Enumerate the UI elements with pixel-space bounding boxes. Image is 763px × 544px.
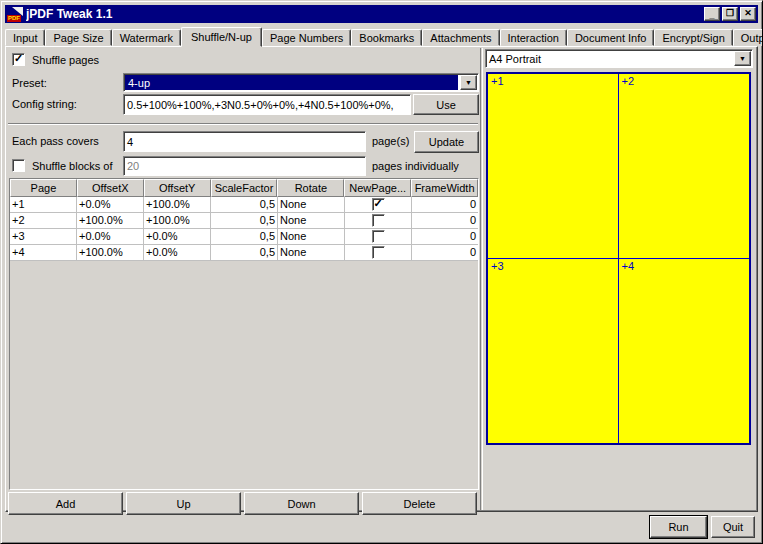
cell-offsetx[interactable]: +100.0% [77, 245, 144, 260]
tab-page-size[interactable]: Page Size [45, 29, 111, 46]
tab-interaction[interactable]: Interaction [500, 29, 567, 46]
cell-framewidth[interactable]: 0 [412, 213, 478, 228]
preview-page-number: +2 [622, 75, 635, 87]
paper-size-value: A4 Portrait [486, 50, 733, 67]
cell-newpage[interactable] [345, 245, 412, 260]
newpage-checkbox[interactable] [372, 230, 385, 243]
cell-rotate[interactable]: None [278, 213, 345, 228]
cell-rotate[interactable]: None [278, 197, 345, 212]
cell-newpage[interactable] [345, 197, 412, 212]
cell-page[interactable]: +1 [10, 197, 77, 212]
cell-newpage[interactable] [345, 229, 412, 244]
table-empty-area [10, 261, 478, 489]
title-bar: PDF jPDF Tweak 1.1 _ ❐ ✕ [5, 5, 758, 23]
column-header-rotate[interactable]: Rotate [277, 179, 344, 197]
cell-rotate[interactable]: None [278, 245, 345, 260]
preview-page-number: +3 [491, 260, 504, 272]
table-row[interactable]: +3 +0.0% +0.0% 0,5 None 0 [10, 229, 478, 245]
cell-offsetx[interactable]: +100.0% [77, 213, 144, 228]
pages-suffix-label: page(s) [372, 135, 409, 147]
shuffle-tab-page: Shuffle pages Preset: 4-up ▼ Config stri… [5, 46, 758, 512]
shuffle-blocks-label: Shuffle blocks of [32, 160, 113, 172]
cell-page[interactable]: +4 [10, 245, 77, 260]
tab-page-numbers[interactable]: Page Numbers [262, 29, 351, 46]
table-row[interactable]: +2 +100.0% +100.0% 0,5 None 0 [10, 213, 478, 229]
shuffle-pages-label: Shuffle pages [32, 54, 99, 66]
tab-output[interactable]: Output [733, 29, 763, 46]
cell-offsetx[interactable]: +0.0% [77, 229, 144, 244]
cell-page[interactable]: +3 [10, 229, 77, 244]
cell-framewidth[interactable]: 0 [412, 245, 478, 260]
use-button[interactable]: Use [413, 94, 479, 115]
down-button[interactable]: Down [244, 492, 359, 515]
cell-page[interactable]: +2 [10, 213, 77, 228]
newpage-checkbox[interactable] [372, 246, 385, 259]
column-header-scalefactor[interactable]: ScaleFactor [211, 179, 278, 197]
up-button[interactable]: Up [126, 492, 241, 515]
preview-page-number: +1 [491, 75, 504, 87]
newpage-checkbox[interactable] [372, 198, 385, 211]
column-header-newpage[interactable]: NewPage... [344, 179, 411, 197]
tab-strip: Input Page Size Watermark Shuffle/N-up P… [5, 27, 758, 46]
table-row[interactable]: +4 +100.0% +0.0% 0,5 None 0 [10, 245, 478, 261]
minimize-icon: _ [709, 10, 714, 20]
chevron-down-icon[interactable]: ▼ [460, 75, 477, 90]
preset-combobox[interactable]: 4-up ▼ [123, 73, 479, 92]
paper-size-combobox[interactable]: A4 Portrait ▼ [485, 49, 753, 68]
preview-cell-2: +2 [619, 74, 750, 259]
cell-scalefactor[interactable]: 0,5 [211, 229, 278, 244]
column-header-page[interactable]: Page [10, 179, 77, 197]
app-window: PDF jPDF Tweak 1.1 _ ❐ ✕ Input Page Size… [0, 0, 763, 544]
cell-scalefactor[interactable]: 0,5 [211, 245, 278, 260]
tab-document-info[interactable]: Document Info [567, 29, 655, 46]
shuffle-settings-panel: Shuffle pages Preset: 4-up ▼ Config stri… [6, 47, 480, 511]
cell-offsety[interactable]: +0.0% [144, 245, 211, 260]
cell-framewidth[interactable]: 0 [412, 229, 478, 244]
shuffle-pages-checkbox[interactable] [12, 53, 25, 66]
tab-input[interactable]: Input [5, 29, 45, 46]
cell-offsety[interactable]: +100.0% [144, 197, 211, 212]
cell-offsetx[interactable]: +0.0% [77, 197, 144, 212]
update-button[interactable]: Update [414, 131, 479, 153]
tab-shuffle-n-up[interactable]: Shuffle/N-up [181, 27, 262, 47]
tab-encrypt-sign[interactable]: Encrypt/Sign [654, 29, 732, 46]
config-string-input[interactable]: 0.5+100%+100%,+3N0.5+0%+0%,+4N0.5+100%+0… [123, 94, 411, 115]
shuffle-blocks-size-input: 20 [123, 156, 366, 176]
newpage-checkbox[interactable] [372, 214, 385, 227]
shuffle-blocks-checkbox[interactable] [12, 159, 25, 172]
minimize-button[interactable]: _ [704, 7, 720, 21]
config-string-label: Config string: [12, 98, 77, 110]
preview-cell-3: +3 [488, 259, 619, 444]
tab-bookmarks[interactable]: Bookmarks [351, 29, 422, 46]
column-header-offsetx[interactable]: OffsetX [77, 179, 144, 197]
run-button[interactable]: Run [650, 516, 707, 538]
pdf-logo-icon: PDF [7, 15, 21, 22]
delete-button[interactable]: Delete [362, 492, 477, 515]
cell-rotate[interactable]: None [278, 229, 345, 244]
column-header-offsety[interactable]: OffsetY [144, 179, 211, 197]
cell-offsety[interactable]: +100.0% [144, 213, 211, 228]
cell-offsety[interactable]: +0.0% [144, 229, 211, 244]
column-header-framewidth[interactable]: FrameWidth [411, 179, 478, 197]
separator [8, 123, 478, 125]
tab-watermark[interactable]: Watermark [112, 29, 181, 46]
app-icon: PDF [7, 7, 23, 22]
add-button[interactable]: Add [8, 492, 123, 515]
table-row[interactable]: +1 +0.0% +100.0% 0,5 None 0 [10, 197, 478, 213]
tab-attachments[interactable]: Attachments [422, 29, 499, 46]
table-header-row: Page OffsetX OffsetY ScaleFactor Rotate … [10, 179, 478, 197]
n-up-preview: +1 +2 +3 +4 [486, 72, 751, 445]
close-button[interactable]: ✕ [740, 7, 756, 21]
maximize-button[interactable]: ❐ [722, 7, 738, 21]
chevron-down-icon[interactable]: ▼ [734, 51, 751, 66]
cell-scalefactor[interactable]: 0,5 [211, 197, 278, 212]
quit-button[interactable]: Quit [711, 516, 755, 538]
cell-framewidth[interactable]: 0 [412, 197, 478, 212]
preview-page-number: +4 [622, 260, 635, 272]
footer-bar: Run Quit [5, 513, 758, 539]
cell-newpage[interactable] [345, 213, 412, 228]
cell-scalefactor[interactable]: 0,5 [211, 213, 278, 228]
each-pass-covers-input[interactable]: 4 [123, 131, 366, 152]
window-title: jPDF Tweak 1.1 [26, 7, 702, 21]
preset-label: Preset: [12, 77, 47, 89]
